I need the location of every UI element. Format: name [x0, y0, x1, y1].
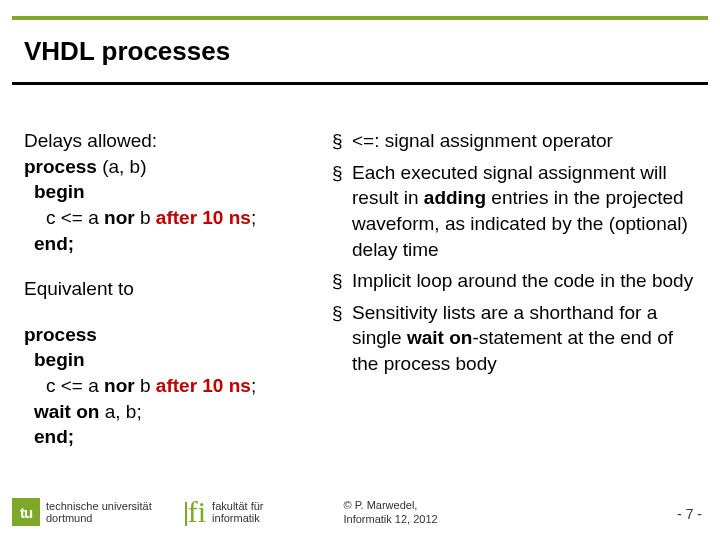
- text: (a, b): [97, 156, 147, 177]
- tu-logo: tu technische universität dortmund: [12, 498, 152, 526]
- code-line: c <= a nor b after 10 ns;: [24, 373, 324, 399]
- text: © P. Marwedel,: [343, 498, 437, 512]
- text: technische universität: [46, 500, 152, 512]
- kw-begin: begin: [24, 179, 324, 205]
- body: Delays allowed: process (a, b) begin c <…: [24, 128, 696, 470]
- left-column: Delays allowed: process (a, b) begin c <…: [24, 128, 324, 470]
- text: a, b;: [99, 401, 141, 422]
- code-block-2: process begin c <= a nor b after 10 ns; …: [24, 322, 324, 450]
- footer: tu technische universität dortmund fi fa…: [0, 484, 720, 540]
- equiv-label: Equivalent to: [24, 276, 324, 302]
- code-block-1: Delays allowed: process (a, b) begin c <…: [24, 128, 324, 256]
- text: informatik: [212, 512, 263, 524]
- text-line: Delays allowed:: [24, 128, 324, 154]
- bullet-list: <=: signal assignment operator Each exec…: [332, 128, 696, 377]
- kw-nor: nor: [104, 207, 135, 228]
- page-number: - 7 -: [677, 506, 702, 522]
- kw-adding: adding: [424, 187, 486, 208]
- title-rule: [12, 82, 708, 85]
- code-line: process (a, b): [24, 154, 324, 180]
- fi-logo-text: fakultät für informatik: [212, 500, 263, 524]
- text: c <= a: [46, 375, 104, 396]
- tu-logo-mark: tu: [12, 498, 40, 526]
- text: b: [135, 207, 156, 228]
- bullet-item: <=: signal assignment operator: [332, 128, 696, 154]
- kw-end: end;: [24, 231, 324, 257]
- kw-process: process: [24, 322, 324, 348]
- text: fi: [188, 495, 206, 528]
- right-column: <=: signal assignment operator Each exec…: [332, 128, 696, 470]
- top-rule: [12, 16, 708, 20]
- fi-logo: fi fakultät für informatik: [188, 500, 264, 524]
- text: ;: [251, 207, 256, 228]
- code-line: wait on a, b;: [24, 399, 324, 425]
- hl-after: after 10 ns: [156, 375, 251, 396]
- fi-logo-mark: fi: [188, 500, 206, 524]
- copyright: © P. Marwedel, Informatik 12, 2012: [343, 498, 437, 527]
- kw-begin: begin: [24, 347, 324, 373]
- page-title: VHDL processes: [24, 36, 230, 67]
- text: fakultät für: [212, 500, 263, 512]
- kw-process: process: [24, 156, 97, 177]
- bullet-item: Implicit loop around the code in the bod…: [332, 268, 696, 294]
- bullet-item: Each executed signal assignment will res…: [332, 160, 696, 263]
- text: dortmund: [46, 512, 152, 524]
- kw-wait-on: wait on: [407, 327, 472, 348]
- code-line: c <= a nor b after 10 ns;: [24, 205, 324, 231]
- text: b: [135, 375, 156, 396]
- kw-nor: nor: [104, 375, 135, 396]
- kw-wait-on: wait on: [34, 401, 99, 422]
- bullet-item: Sensitivity lists are a shorthand for a …: [332, 300, 696, 377]
- tu-logo-text: technische universität dortmund: [46, 500, 152, 524]
- kw-end: end;: [24, 424, 324, 450]
- hl-after: after 10 ns: [156, 207, 251, 228]
- text: c <= a: [46, 207, 104, 228]
- fi-bar-icon: [185, 502, 187, 526]
- text: ;: [251, 375, 256, 396]
- slide: VHDL processes Delays allowed: process (…: [0, 0, 720, 540]
- text: Informatik 12, 2012: [343, 512, 437, 526]
